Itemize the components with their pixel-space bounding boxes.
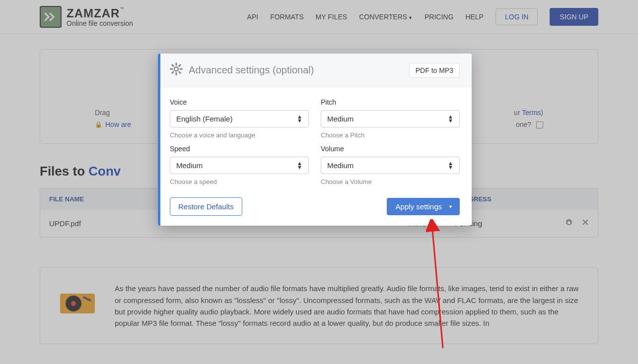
speed-label: Speed	[170, 145, 309, 153]
volume-label: Volume	[321, 145, 460, 153]
speed-hint: Choose a speed	[170, 178, 309, 185]
voice-label: Voice	[170, 98, 309, 106]
volume-select[interactable]: Medium▲▼	[321, 157, 460, 174]
svg-point-4	[174, 67, 178, 71]
restore-defaults-button[interactable]: Restore Defaults	[170, 197, 242, 216]
modal-accent-bar	[158, 54, 160, 226]
volume-hint: Choose a Volume	[321, 178, 460, 185]
pitch-hint: Choose a Pitch	[321, 131, 460, 139]
advanced-settings-modal: Advanced settings (optional) PDF to MP3 …	[158, 54, 472, 226]
pitch-select[interactable]: Medium▲▼	[321, 110, 460, 127]
chevron-down-icon: ▼	[448, 204, 453, 209]
gear-icon	[170, 62, 183, 78]
modal-title: Advanced settings (optional)	[189, 64, 314, 76]
conversion-badge: PDF to MP3	[409, 63, 460, 78]
sort-icon: ▲▼	[448, 115, 453, 122]
voice-select[interactable]: English (Female)▲▼	[170, 110, 309, 127]
speed-select[interactable]: Medium▲▼	[170, 157, 309, 174]
sort-icon: ▲▼	[448, 162, 453, 169]
voice-hint: Choose a voice and language	[170, 131, 309, 139]
sort-icon: ▲▼	[297, 115, 302, 122]
modal-header: Advanced settings (optional) PDF to MP3	[158, 54, 472, 87]
apply-settings-button[interactable]: Apply settings▼	[387, 198, 460, 215]
sort-icon: ▲▼	[297, 162, 302, 169]
pitch-label: Pitch	[321, 98, 460, 106]
